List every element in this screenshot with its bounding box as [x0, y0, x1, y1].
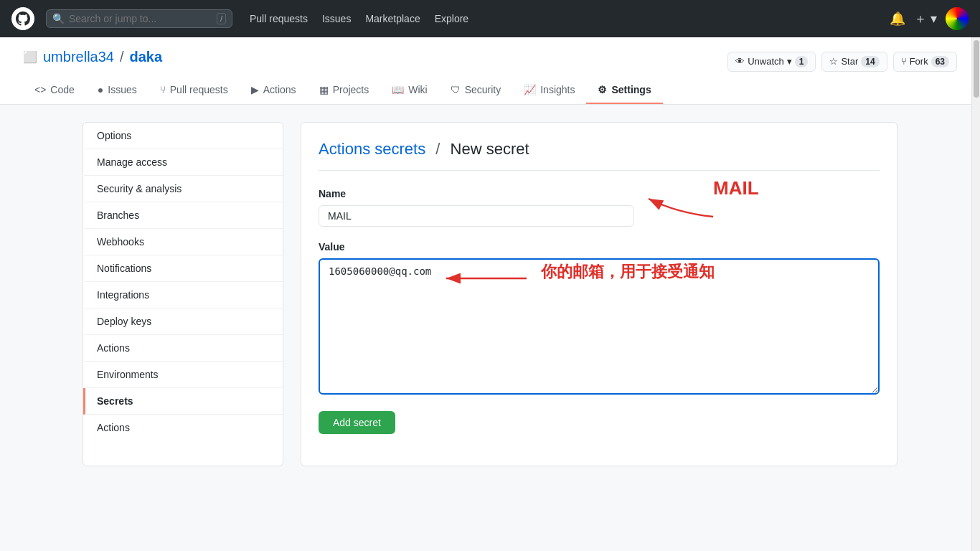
unwatch-dropdown-icon: ▾: [787, 56, 792, 67]
name-input[interactable]: [319, 205, 634, 227]
nav-pull-requests[interactable]: Pull requests: [244, 10, 314, 27]
tab-actions: ▶ Actions: [240, 77, 308, 104]
new-menu-button[interactable]: ＋ ▾: [914, 10, 937, 27]
tab-wiki-label: Wiki: [408, 84, 427, 95]
repo-title: ⬜ umbrella34 / daka: [23, 49, 162, 65]
tab-insights: 📈 Insights: [512, 77, 586, 104]
scrollbar[interactable]: [971, 37, 980, 551]
eye-icon: 👁: [735, 56, 745, 67]
value-field-group: Value 1605060000@qq.com 你的邮箱，用于接受通知: [319, 241, 880, 397]
avatar[interactable]: [946, 7, 969, 30]
sidebar-item-security-analysis[interactable]: Security & analysis: [83, 176, 283, 202]
tab-insights-link[interactable]: 📈 Insights: [512, 77, 586, 104]
fork-icon: ⑂: [901, 56, 907, 67]
nav-marketplace[interactable]: Marketplace: [359, 10, 425, 27]
sidebar-item-environments[interactable]: Environments: [83, 362, 283, 388]
octocat-icon: [11, 7, 34, 30]
unwatch-button[interactable]: 👁 Unwatch ▾ 1: [727, 52, 816, 72]
repo-separator: /: [120, 49, 124, 65]
sidebar-item-manage-access[interactable]: Manage access: [83, 149, 283, 176]
nav-explore[interactable]: Explore: [429, 10, 474, 27]
value-label: Value: [319, 241, 880, 253]
security-icon: 🛡: [451, 84, 461, 95]
search-shortcut: /: [217, 13, 226, 24]
sidebar-item-options[interactable]: Options: [83, 123, 283, 149]
tab-code-label: Code: [50, 84, 74, 95]
tab-security: 🛡 Security: [439, 77, 513, 104]
name-label: Name: [319, 188, 880, 199]
tab-issues-label: Issues: [108, 84, 136, 95]
star-count: 14: [861, 56, 879, 67]
tab-pull-requests: ⑂ Pull requests: [149, 77, 240, 104]
repo-owner-link[interactable]: umbrella34: [43, 49, 114, 65]
sidebar-item-actions-2[interactable]: Actions: [83, 415, 283, 441]
actions-icon: ▶: [251, 84, 259, 95]
sidebar-item-integrations[interactable]: Integrations: [83, 282, 283, 309]
sidebar-item-actions[interactable]: Actions: [83, 335, 283, 362]
mail-annotation-text: MAIL: [713, 177, 759, 199]
settings-sidebar: Options Manage access Security & analysi…: [83, 122, 283, 466]
tab-security-link[interactable]: 🛡 Security: [439, 77, 513, 104]
header-right: 🔔 ＋ ▾: [890, 7, 969, 30]
new-secret-form: Actions secrets / New secret Name: [301, 122, 897, 466]
tab-actions-link[interactable]: ▶ Actions: [240, 77, 308, 104]
value-annotation-text: 你的邮箱，用于接受通知: [541, 261, 715, 283]
issues-icon: ●: [98, 84, 103, 95]
tab-insights-label: Insights: [540, 84, 575, 95]
tab-pr-link[interactable]: ⑂ Pull requests: [149, 77, 240, 104]
tab-pr-label: Pull requests: [170, 84, 228, 95]
tab-settings-link[interactable]: ⚙ Settings: [586, 77, 662, 104]
tab-issues-link[interactable]: ● Issues: [86, 77, 149, 104]
repo-tabs: <> Code ● Issues ⑂ Pull requests ▶: [23, 77, 957, 104]
star-icon: ☆: [829, 56, 838, 67]
global-nav: Pull requests Issues Marketplace Explore: [244, 10, 878, 27]
fork-button[interactable]: ⑂ Fork 63: [893, 52, 957, 72]
value-wrapper: 1605060000@qq.com 你的邮箱，用于接受通知: [319, 258, 880, 397]
breadcrumb: Actions secrets / New secret: [319, 140, 880, 171]
tab-projects-link[interactable]: ▦ Projects: [308, 77, 381, 104]
settings-icon: ⚙: [598, 84, 607, 95]
projects-icon: ▦: [319, 84, 329, 95]
tab-actions-label: Actions: [263, 84, 296, 95]
search-input[interactable]: [69, 13, 212, 24]
github-header: 🔍 / Pull requests Issues Marketplace Exp…: [0, 0, 980, 37]
sidebar-item-secrets[interactable]: Secrets: [83, 388, 283, 415]
main-content: Options Manage access Security & analysi…: [60, 105, 920, 484]
github-logo[interactable]: [11, 7, 34, 30]
wiki-icon: 📖: [392, 84, 404, 95]
repo-header: ⬜ umbrella34 / daka 👁 Unwatch ▾ 1 ☆ Star…: [0, 37, 980, 105]
star-button[interactable]: ☆ Star 14: [821, 52, 887, 72]
sidebar-item-deploy-keys[interactable]: Deploy keys: [83, 309, 283, 335]
tab-code: <> Code: [23, 77, 86, 104]
tab-projects-label: Projects: [333, 84, 369, 95]
scrollbar-thumb[interactable]: [974, 40, 979, 98]
search-box[interactable]: 🔍 /: [46, 9, 232, 28]
code-icon: <>: [34, 84, 46, 95]
tab-wiki-link[interactable]: 📖 Wiki: [380, 77, 438, 104]
tab-settings: ⚙ Settings: [586, 77, 662, 104]
tab-wiki: 📖 Wiki: [380, 77, 438, 104]
unwatch-label: Unwatch: [748, 56, 784, 67]
tab-security-label: Security: [465, 84, 501, 95]
tab-projects: ▦ Projects: [308, 77, 381, 104]
nav-issues[interactable]: Issues: [316, 10, 357, 27]
insights-icon: 📈: [524, 84, 536, 95]
notifications-button[interactable]: 🔔: [890, 11, 905, 27]
add-secret-button[interactable]: Add secret: [319, 411, 395, 434]
repo-name-link[interactable]: daka: [130, 49, 163, 65]
tab-issues: ● Issues: [86, 77, 149, 104]
repo-actions: 👁 Unwatch ▾ 1 ☆ Star 14 ⑂ Fork 63: [727, 52, 957, 72]
fork-count: 63: [931, 56, 949, 67]
sidebar-item-notifications[interactable]: Notifications: [83, 255, 283, 282]
tab-code-link[interactable]: <> Code: [23, 77, 86, 104]
tab-settings-label: Settings: [611, 84, 651, 95]
sidebar-item-branches[interactable]: Branches: [83, 202, 283, 229]
breadcrumb-current: New secret: [451, 140, 529, 158]
star-label: Star: [841, 56, 858, 67]
pr-icon: ⑂: [160, 84, 166, 95]
repo-title-row: ⬜ umbrella34 / daka 👁 Unwatch ▾ 1 ☆ Star…: [23, 49, 957, 74]
submit-group: Add secret: [319, 411, 880, 434]
breadcrumb-link[interactable]: Actions secrets: [319, 140, 425, 158]
sidebar-item-webhooks[interactable]: Webhooks: [83, 229, 283, 255]
search-icon: 🔍: [52, 13, 65, 24]
